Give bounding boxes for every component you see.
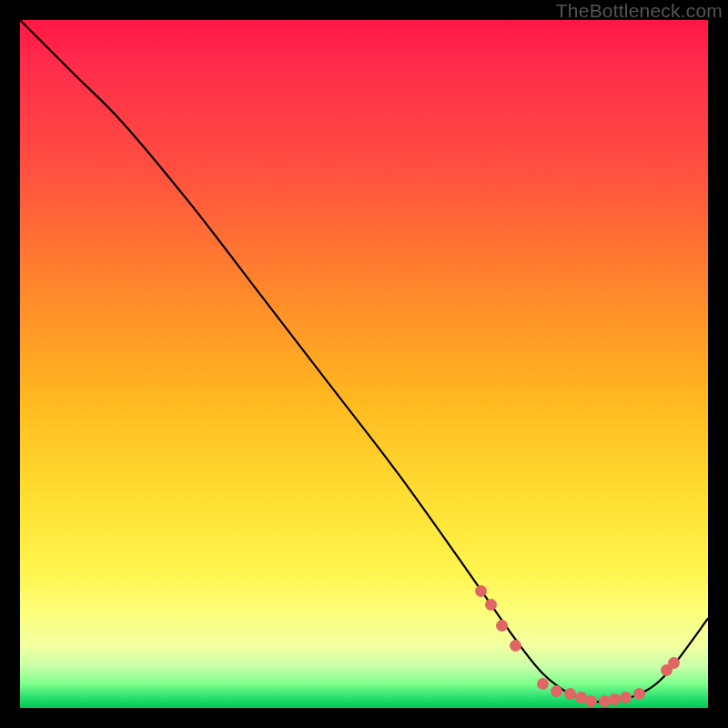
data-marker: [599, 695, 611, 707]
data-marker: [668, 657, 680, 669]
chart-plot-area: [20, 20, 708, 708]
data-marker: [485, 599, 497, 611]
data-marker: [661, 664, 672, 676]
data-marker: [564, 688, 576, 700]
data-marker: [510, 640, 521, 652]
data-marker: [609, 693, 621, 705]
chart-curve: [20, 20, 708, 708]
data-marker: [585, 695, 597, 707]
watermark-text: TheBottleneck.com: [556, 0, 723, 22]
chart-frame: TheBottleneck.com: [0, 0, 728, 728]
data-marker: [620, 692, 632, 703]
curve-path: [20, 20, 708, 702]
chart-markers: [20, 20, 708, 708]
data-marker: [537, 678, 549, 690]
data-marker: [551, 685, 562, 697]
data-marker: [633, 688, 645, 700]
data-marker: [575, 692, 587, 703]
data-marker: [475, 585, 487, 597]
data-marker: [496, 620, 508, 632]
